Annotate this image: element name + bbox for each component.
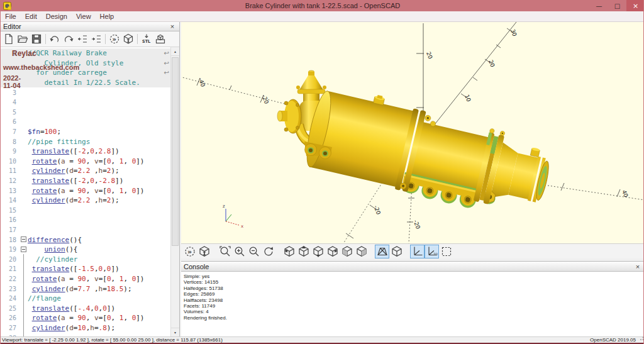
unindent-icon[interactable] xyxy=(75,33,89,46)
svg-text:»: » xyxy=(187,247,192,255)
view-front-button[interactable] xyxy=(340,245,354,258)
fold-guide-line xyxy=(23,323,24,333)
zoom-all-button[interactable] xyxy=(218,245,232,258)
code-row[interactable]: 23 cylinder(d=7.7 ,h=18.5); xyxy=(1,284,170,294)
line-number: 16 xyxy=(1,216,19,223)
fold-margin xyxy=(19,264,28,274)
export-stl-icon[interactable]: STL xyxy=(140,33,153,46)
save-icon[interactable] xyxy=(30,33,43,46)
fold-box-icon[interactable] xyxy=(21,236,26,242)
undo-icon[interactable] xyxy=(48,33,62,46)
line-number: 4 xyxy=(1,99,19,106)
code-row[interactable]: 3 xyxy=(1,87,170,97)
view-back-button[interactable] xyxy=(354,245,369,258)
code-row[interactable]: 16 xyxy=(1,215,170,225)
code-row[interactable]: 24//flange xyxy=(1,294,170,304)
redo-icon[interactable] xyxy=(62,33,75,46)
new-icon[interactable] xyxy=(2,33,16,46)
origin-axes-indicator: z x xyxy=(223,204,243,229)
maximize-button[interactable]: □ xyxy=(608,0,626,11)
fold-margin[interactable] xyxy=(19,245,28,255)
orthogonal-button[interactable] xyxy=(389,245,404,258)
code-row[interactable]: 26 rotate(a = 90, v=[0, 1, 0]) xyxy=(1,313,170,323)
print-3d-icon[interactable] xyxy=(153,33,167,46)
perspective-button[interactable] xyxy=(375,245,389,258)
editor-scrollbar[interactable]: ▴ ▾ xyxy=(170,47,179,336)
code-row[interactable]: detail In 1/22.5 Scale. xyxy=(1,78,170,88)
editor-close-icon[interactable]: × xyxy=(168,23,177,30)
line-number: 25 xyxy=(1,305,19,312)
indent-icon[interactable] xyxy=(89,33,103,46)
code-row[interactable]: 27 cylinder(d=10,h=.8); xyxy=(1,323,170,333)
console-close-icon[interactable]: × xyxy=(633,263,642,270)
code-row[interactable]: Cylinder, Old style↩ xyxy=(1,58,170,69)
minimize-button[interactable]: — xyxy=(590,0,608,11)
scrollbar-thumb[interactable] xyxy=(172,57,179,246)
code-row[interactable]: 11 cylinder(d=2.2 ,h=2); xyxy=(1,166,170,176)
fold-margin xyxy=(19,225,28,235)
scroll-up-icon[interactable]: ▴ xyxy=(171,47,179,56)
titlebar: Brake Cylinder with tank 1-22.5.scad - O… xyxy=(1,0,644,11)
preview-button[interactable]: » xyxy=(182,245,197,258)
view-right-button[interactable] xyxy=(282,245,296,258)
reset-view-button[interactable] xyxy=(261,245,275,258)
preview-icon[interactable]: » xyxy=(108,33,121,46)
zoom-in-button[interactable] xyxy=(232,245,247,258)
editor-header[interactable]: Editor × xyxy=(1,22,179,31)
code-row[interactable]: 12 translate([-2,0,-2.8]) xyxy=(1,176,170,186)
menu-item-view[interactable]: View xyxy=(72,11,96,22)
console-line: Halffacets: 23498 xyxy=(184,297,642,303)
code-row[interactable]: 25 translate([-.4,0,0]) xyxy=(1,303,170,313)
view-bottom-button[interactable] xyxy=(311,245,325,258)
show-axes-button[interactable] xyxy=(410,245,425,258)
code-row[interactable]: 15 xyxy=(1,206,170,216)
code-row[interactable]: 7$fn=100; xyxy=(1,127,170,137)
fold-margin[interactable] xyxy=(19,235,28,245)
code-row[interactable]: 9 translate([-2,0,2.8]) xyxy=(1,147,170,157)
code-row[interactable]: 13 rotate(a = 90, v=[0, 1, 0]) xyxy=(1,186,170,196)
code-row[interactable]: 20 //cylinder xyxy=(1,254,170,264)
render-icon[interactable] xyxy=(121,33,135,46)
code-row[interactable]: 4 xyxy=(1,97,170,108)
show-scale-markers-button[interactable]: 20 xyxy=(425,245,439,258)
3d-viewport[interactable]: -40-204020102030-20-20 z x xyxy=(181,22,644,243)
code-row[interactable]: 22 rotate(a = 90, v=[0, 1, 0]) xyxy=(1,274,170,284)
resize-grip[interactable] xyxy=(639,336,644,341)
console-line: Volumes: 4 xyxy=(184,309,642,314)
code-row[interactable]: for under carrege↩ xyxy=(1,68,170,78)
zoom-out-button[interactable] xyxy=(247,245,261,258)
code-row[interactable]: 6 xyxy=(1,117,170,127)
console-header[interactable]: Console × xyxy=(181,262,644,272)
code-row[interactable]: 19 union(){ xyxy=(1,245,170,255)
menu-item-file[interactable]: File xyxy=(1,11,21,22)
fold-margin xyxy=(19,215,28,225)
view-top-button[interactable] xyxy=(296,245,311,258)
menu-item-design[interactable]: Design xyxy=(42,11,72,22)
line-number: 5 xyxy=(1,109,19,116)
menu-item-help[interactable]: Help xyxy=(96,11,119,22)
line-number: 3 xyxy=(1,89,19,96)
code-editor[interactable]: 1//QCR Railway Brake↩ Cylinder, Old styl… xyxy=(1,47,179,336)
open-icon[interactable] xyxy=(16,33,30,46)
console-output[interactable]: Simple: yesVertices: 14155Halfedges: 517… xyxy=(181,272,644,323)
code-row[interactable]: 18difference(){ xyxy=(1,235,170,245)
line-number: 27 xyxy=(1,325,19,331)
code-row[interactable]: 14 cylinder(d=2.2 ,h=2); xyxy=(1,196,170,206)
code-row[interactable]: 8//pipe fittings xyxy=(1,136,170,147)
view-left-button[interactable] xyxy=(325,245,340,258)
scroll-down-icon[interactable]: ▾ xyxy=(171,328,179,336)
version-text: OpenSCAD 2019.05 xyxy=(590,337,644,343)
line-number: 10 xyxy=(1,158,19,165)
code-row[interactable]: 1//QCR Railway Brake↩ xyxy=(1,48,170,58)
line-number: 1 xyxy=(1,50,19,57)
show-edges-button[interactable] xyxy=(439,245,453,258)
code-row[interactable]: 17 xyxy=(1,225,170,235)
code-row[interactable]: 10 rotate(a = 90, v=[0, 1, 0]) xyxy=(1,157,170,167)
code-row[interactable]: 5 xyxy=(1,108,170,118)
menu-item-edit[interactable]: Edit xyxy=(21,11,42,22)
fold-box-icon[interactable] xyxy=(21,247,26,252)
fold-margin xyxy=(19,157,28,167)
code-row[interactable]: 21 translate([-1.5,0,0]) xyxy=(1,264,170,274)
render-button[interactable] xyxy=(197,245,211,258)
close-button[interactable]: × xyxy=(626,0,644,11)
